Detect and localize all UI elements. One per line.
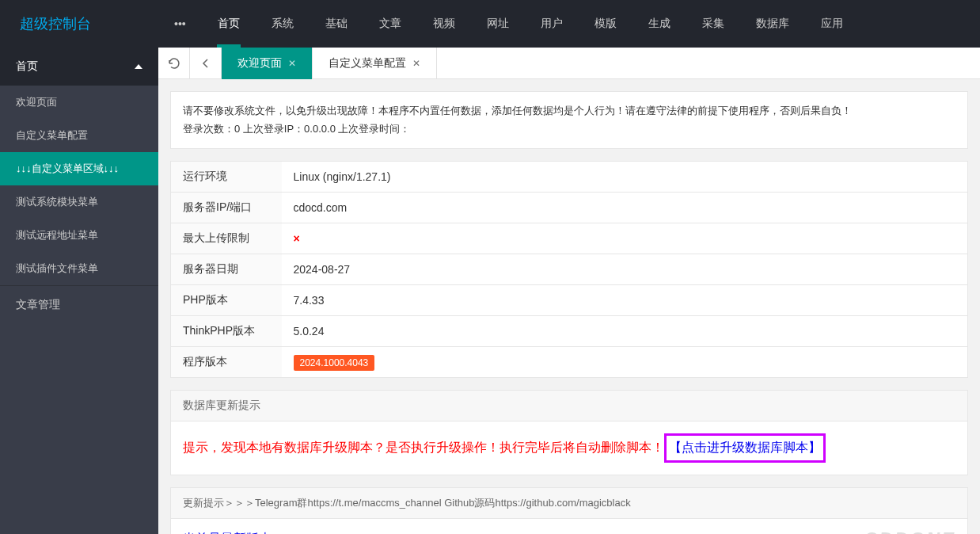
nav-item-1[interactable]: 系统	[256, 0, 310, 48]
top-nav: 首页系统基础文章视频网址用户模版生成采集数据库应用	[202, 0, 859, 48]
sidebar-header[interactable]: 首页	[0, 48, 158, 86]
db-section-header: 数据库更新提示	[170, 390, 968, 421]
db-warning-box: 提示，发现本地有数据库升级脚本？是否执行升级操作！执行完毕后将自动删除脚本！ 【…	[170, 421, 968, 475]
watermark: CDDONE	[864, 528, 955, 534]
sidebar: 首页 欢迎页面自定义菜单配置↓↓↓自定义菜单区域↓↓↓测试系统模块菜单测试远程地…	[0, 48, 158, 534]
refresh-button[interactable]	[158, 48, 190, 79]
info-value: ×	[282, 223, 968, 254]
version-status-text: 当前是最新版本！	[183, 531, 284, 534]
nav-item-0[interactable]: 首页	[202, 0, 256, 48]
tab-0[interactable]: 欢迎页面✕	[222, 48, 313, 79]
content-area: 请不要修改系统文件，以免升级出现故障！本程序不内置任何数据，添加任何数据均是个人…	[158, 79, 980, 534]
info-value: 2024-08-27	[282, 254, 968, 284]
info-table: 运行环境Linux (nginx/1.27.1)服务器IP/端口cdocd.co…	[170, 161, 968, 378]
sidebar-item-4[interactable]: 测试远程地址菜单	[0, 219, 158, 252]
version-badge: 2024.1000.4043	[294, 355, 375, 371]
nav-item-2[interactable]: 基础	[310, 0, 363, 48]
table-row: 程序版本2024.1000.4043	[171, 346, 968, 377]
table-row: 服务器日期2024-08-27	[171, 254, 968, 284]
sidebar-item-5[interactable]: 测试插件文件菜单	[0, 252, 158, 285]
info-value: 7.4.33	[282, 284, 968, 315]
nav-item-6[interactable]: 用户	[525, 0, 579, 48]
table-row: PHP版本7.4.33	[171, 284, 968, 315]
update-notice: 更新提示＞＞＞Telegram群https://t.me/maccms_chan…	[170, 487, 968, 519]
version-status: 当前是最新版本！ CDDONE	[170, 519, 968, 534]
tab-label: 自定义菜单配置	[329, 56, 406, 71]
info-value: 2024.1000.4043	[282, 346, 968, 377]
nav-item-3[interactable]: 文章	[363, 0, 417, 48]
chevron-up-icon	[135, 64, 142, 69]
info-label: 服务器IP/端口	[171, 192, 282, 223]
nav-item-4[interactable]: 视频	[417, 0, 471, 48]
table-row: ThinkPHP版本5.0.24	[171, 315, 968, 346]
table-row: 最大上传限制×	[171, 223, 968, 254]
nav-item-7[interactable]: 模版	[579, 0, 632, 48]
chevron-left-icon	[200, 58, 211, 69]
notice-box: 请不要修改系统文件，以免升级出现故障！本程序不内置任何数据，添加任何数据均是个人…	[170, 91, 968, 149]
toolbar: 欢迎页面✕自定义菜单配置✕	[158, 48, 980, 79]
info-label: 服务器日期	[171, 254, 282, 284]
tabs-container: 欢迎页面✕自定义菜单配置✕	[222, 48, 437, 78]
info-value: cdocd.com	[282, 192, 968, 223]
info-label: 运行环境	[171, 161, 282, 192]
sidebar-item-3[interactable]: 测试系统模块菜单	[0, 185, 158, 219]
refresh-icon	[168, 57, 180, 70]
sidebar-section[interactable]: 文章管理	[0, 285, 158, 324]
back-button[interactable]	[190, 48, 222, 79]
info-label: 最大上传限制	[171, 223, 282, 254]
notice-line2: 登录次数：0 上次登录IP：0.0.0.0 上次登录时间：	[183, 120, 955, 138]
info-label: 程序版本	[171, 346, 282, 377]
nav-item-9[interactable]: 采集	[686, 0, 740, 48]
menu-ellipsis[interactable]: •••	[158, 17, 202, 30]
nav-item-8[interactable]: 生成	[632, 0, 686, 48]
table-row: 运行环境Linux (nginx/1.27.1)	[171, 161, 968, 192]
nav-item-11[interactable]: 应用	[805, 0, 859, 48]
close-icon[interactable]: ✕	[412, 58, 420, 69]
nav-item-10[interactable]: 数据库	[740, 0, 805, 48]
tab-1[interactable]: 自定义菜单配置✕	[313, 48, 437, 79]
info-value: Linux (nginx/1.27.1)	[282, 161, 968, 192]
db-warning-text: 提示，发现本地有数据库升级脚本？是否执行升级操作！执行完毕后将自动删除脚本！	[183, 440, 664, 456]
logo: 超级控制台	[0, 14, 158, 33]
tab-label: 欢迎页面	[237, 56, 282, 71]
sidebar-item-1[interactable]: 自定义菜单配置	[0, 119, 158, 152]
info-label: ThinkPHP版本	[171, 315, 282, 346]
notice-line1: 请不要修改系统文件，以免升级出现故障！本程序不内置任何数据，添加任何数据均是个人…	[183, 101, 955, 120]
sidebar-items: 欢迎页面自定义菜单配置↓↓↓自定义菜单区域↓↓↓测试系统模块菜单测试远程地址菜单…	[0, 86, 158, 285]
sidebar-header-label: 首页	[16, 59, 38, 74]
nav-item-5[interactable]: 网址	[471, 0, 525, 48]
sidebar-item-2[interactable]: ↓↓↓自定义菜单区域↓↓↓	[0, 152, 158, 185]
info-value: 5.0.24	[282, 315, 968, 346]
table-row: 服务器IP/端口cdocd.com	[171, 192, 968, 223]
close-icon[interactable]: ✕	[288, 58, 296, 69]
info-label: PHP版本	[171, 284, 282, 315]
sidebar-item-0[interactable]: 欢迎页面	[0, 86, 158, 119]
upgrade-db-link[interactable]: 【点击进升级数据库脚本】	[664, 433, 826, 463]
